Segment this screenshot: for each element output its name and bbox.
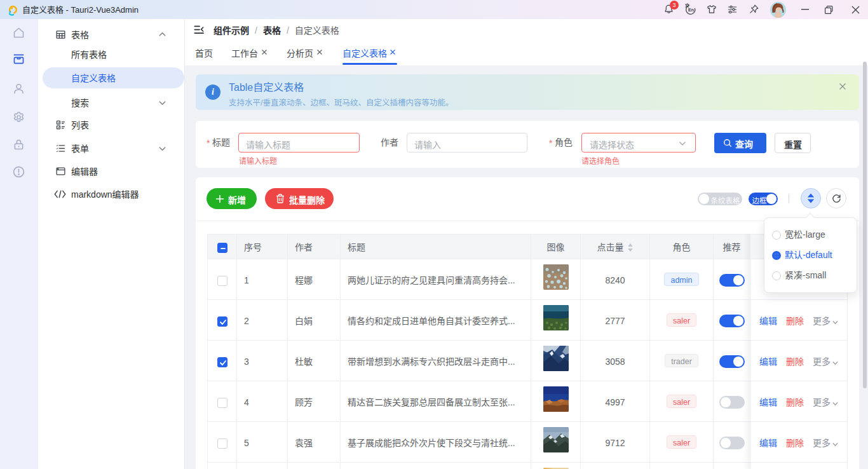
svg-text:En: En <box>688 6 694 13</box>
